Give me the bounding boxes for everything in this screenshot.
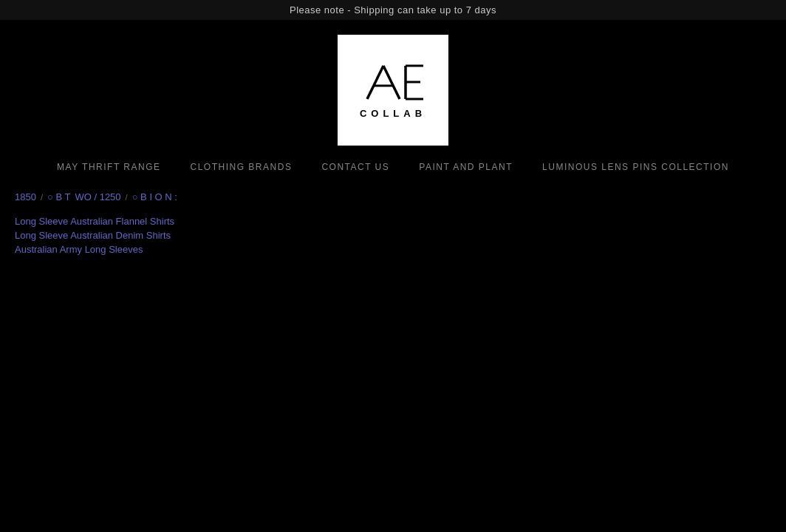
breadcrumb-1850[interactable]: 1850 [15, 191, 36, 202]
nav-paint-plant[interactable]: Paint and Plant [419, 162, 513, 172]
nav-clothing-brands[interactable]: Clothing Brands [191, 162, 293, 172]
breadcrumb-obion[interactable]: ○ B I O N : [132, 191, 177, 202]
separator-2: / [126, 193, 128, 202]
banner-text: Please note - Shipping can take up to 7 … [290, 4, 496, 16]
product-link-denim[interactable]: Long Sleeve Australian Denim Shirts [15, 230, 771, 241]
breadcrumb-wo[interactable]: WO / 1250 [75, 191, 120, 202]
nav-contact-us[interactable]: Contact Us [321, 162, 389, 172]
main-nav: MAY THRIFT RANGE Clothing Brands Contact… [0, 153, 786, 178]
shipping-banner: Please note - Shipping can take up to 7 … [0, 0, 786, 20]
logo-ae-icon [360, 62, 426, 105]
logo-collab-text: COLLAB [360, 108, 426, 119]
svg-line-1 [383, 66, 400, 99]
breadcrumb: 1850 / ○ B T WO / 1250 / ○ B I O N : [0, 178, 786, 210]
nav-may-thrift[interactable]: MAY THRIFT RANGE [57, 162, 160, 172]
breadcrumb-obt[interactable]: ○ B T [47, 191, 70, 202]
logo[interactable]: COLLAB [338, 35, 448, 146]
svg-line-0 [367, 66, 383, 99]
header: COLLAB [0, 20, 786, 153]
product-link-army[interactable]: Australian Army Long Sleeves [15, 244, 771, 255]
product-link-flannel[interactable]: Long Sleeve Australian Flannel Shirts [15, 216, 771, 227]
product-links-list: Long Sleeve Australian Flannel Shirts Lo… [0, 210, 786, 261]
separator-1: / [41, 193, 43, 202]
nav-luminous-lens[interactable]: Luminous Lens Pins Collection [542, 162, 729, 172]
